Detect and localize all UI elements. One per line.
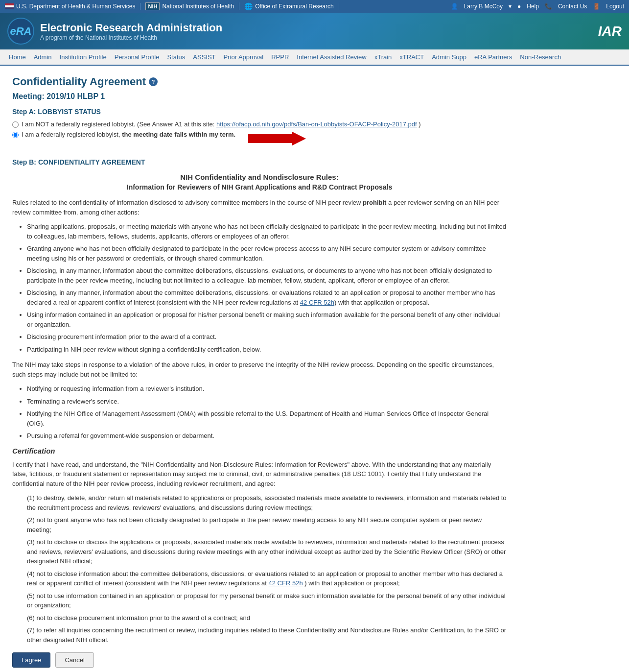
meeting-value: 2019/10 HLBP 1	[47, 92, 105, 100]
step-b-title: Step B: CONFIDENTIALITY AGREEMENT	[12, 158, 507, 166]
cancel-button[interactable]: Cancel	[55, 652, 93, 668]
cert-item-2: (2) not to grant anyone who has not been…	[27, 515, 507, 534]
help-icon[interactable]: ?	[149, 77, 158, 86]
help-link[interactable]: Help	[527, 3, 539, 10]
arrow-head	[292, 132, 306, 145]
page-title-text: Confidentiality Agreement	[12, 75, 146, 88]
radio-not-lobbyist[interactable]	[12, 121, 19, 128]
nav-institution-profile[interactable]: Institution Profile	[56, 49, 111, 65]
list-item: Disclosing procurement information prior…	[27, 332, 507, 342]
button-bar: I agree Cancel	[12, 652, 507, 668]
list-item: Notifying or requesting information from…	[27, 384, 507, 394]
logout-link[interactable]: Logout	[606, 3, 624, 10]
cert-intro: I certify that I have read, and understa…	[12, 460, 507, 489]
nih-link[interactable]: NIH National Institutes of Health	[140, 2, 239, 10]
nav-prior-approval[interactable]: Prior Approval	[220, 49, 268, 65]
site-subtitle: A program of the National Institutes of …	[40, 34, 222, 41]
list-item: Participating in NIH peer review without…	[27, 345, 507, 355]
nav-status[interactable]: Status	[163, 49, 189, 65]
response-text: The NIH may take steps in response to a …	[12, 360, 507, 379]
header-logo-area: eRA Electronic Research Administration A…	[7, 18, 222, 45]
list-item: Disclosing, in any manner, information a…	[27, 266, 507, 285]
list-item: Notifying the NIH Office of Management A…	[27, 409, 507, 428]
step-a-title: Step A: LOBBYIST STATUS	[12, 108, 507, 116]
site-title: Electronic Research Administration	[40, 22, 222, 34]
era-logo: eRA	[7, 18, 34, 45]
nav-assist[interactable]: ASSIST	[189, 49, 219, 65]
cfr-link-2[interactable]: 42 CFR 52h	[269, 579, 303, 587]
nav-xtrain[interactable]: xTrain	[371, 49, 396, 65]
top-bar: U.S. Department of Health & Human Servic…	[0, 0, 629, 13]
response-list: Notifying or requesting information from…	[27, 384, 507, 441]
cert-title: Certification	[12, 447, 507, 455]
intro-text: Rules related to the confidentiality of …	[12, 198, 507, 217]
red-arrow	[248, 132, 306, 145]
header-badge: IAR	[598, 24, 622, 39]
cfr-link-1[interactable]: 42 CFR 52h	[300, 299, 334, 306]
page-title-row: Confidentiality Agreement ?	[12, 75, 507, 88]
site-header: eRA Electronic Research Administration A…	[0, 13, 629, 49]
cert-item-7: (7) to refer all inquiries concerning th…	[27, 625, 507, 645]
radio-not-lobbyist-row: I am NOT a federally registered lobbyist…	[12, 120, 507, 128]
radio-not-lobbyist-label: I am NOT a federally registered lobbyist…	[22, 120, 421, 128]
nav-admin[interactable]: Admin	[30, 49, 56, 65]
nav-era-partners[interactable]: eRA Partners	[470, 49, 516, 65]
user-name: Larry B McCoy	[464, 3, 503, 10]
radio-is-lobbyist[interactable]	[12, 132, 19, 138]
nav-xtract[interactable]: xTRACT	[396, 49, 428, 65]
cert-item-5: (5) not to use information contained in …	[27, 591, 507, 610]
radio-is-lobbyist-label: I am a federally registered lobbyist, th…	[22, 131, 235, 138]
oer-label: Office of Extramural Research	[255, 3, 334, 10]
radio-is-lobbyist-row: I am a federally registered lobbyist, th…	[12, 131, 507, 150]
nav-non-research[interactable]: Non-Research	[516, 49, 565, 65]
cert-item-1: (1) to destroy, delete, and/or return al…	[27, 493, 507, 512]
logout-icon: 🚪	[593, 3, 600, 10]
lobbyist-policy-link[interactable]: https://ofacp.od.nih.gov/pdfs/Ban-on-Lob…	[216, 120, 417, 128]
help-separator: ●	[517, 3, 521, 10]
nav-home[interactable]: Home	[5, 49, 30, 65]
prohibit-list: Sharing applications, proposals, or meet…	[27, 222, 507, 354]
phone-icon: 📞	[545, 3, 552, 10]
main-nav: Home Admin Institution Profile Personal …	[0, 49, 629, 66]
meeting-info: Meeting: 2019/10 HLBP 1	[12, 92, 507, 101]
list-item: Pursuing a referral for government-wide …	[27, 431, 507, 441]
cert-item-3: (3) not to disclose or discuss the appli…	[27, 537, 507, 566]
list-item: Terminating a reviewer's service.	[27, 397, 507, 407]
cert-item-4: (4) not to disclose information about th…	[27, 569, 507, 588]
oer-link[interactable]: 🌐 Office of Extramural Research	[239, 2, 339, 10]
dropdown-icon[interactable]: ▾	[509, 3, 512, 10]
agreement-title1: NIH Confidentiality and Nondisclosure Ru…	[12, 173, 507, 181]
list-item: Granting anyone who has not been officia…	[27, 244, 507, 263]
header-text-block: Electronic Research Administration A pro…	[40, 22, 222, 41]
oer-icon: 🌐	[244, 2, 253, 10]
nav-rppr[interactable]: RPPR	[267, 49, 293, 65]
meeting-label: Meeting:	[12, 92, 45, 100]
agreement-title2: Information for Reviewers of NIH Grant A…	[12, 183, 507, 191]
hhs-link[interactable]: U.S. Department of Health & Human Servic…	[5, 3, 140, 10]
flag-icon	[5, 3, 14, 9]
cert-list: (1) to destroy, delete, and/or return al…	[27, 493, 507, 645]
nih-badge: NIH	[145, 2, 160, 10]
contact-link[interactable]: Contact Us	[558, 3, 587, 10]
hhs-label: U.S. Department of Health & Human Servic…	[16, 3, 135, 10]
list-item: Disclosing, in any manner, information a…	[27, 288, 507, 307]
user-icon: 👤	[451, 3, 458, 10]
lobbyist-term-bold: the meeting date falls within my term.	[122, 131, 235, 138]
nav-admin-supp[interactable]: Admin Supp	[428, 49, 470, 65]
nav-personal-profile[interactable]: Personal Profile	[111, 49, 163, 65]
arrow-shaft	[248, 134, 292, 143]
nih-full-name: National Institutes of Health	[162, 3, 234, 10]
nav-iar[interactable]: Internet Assisted Review	[293, 49, 370, 65]
list-item: Using information contained in an applic…	[27, 310, 507, 329]
list-item: Sharing applications, proposals, or meet…	[27, 222, 507, 241]
agree-button[interactable]: I agree	[12, 652, 50, 668]
main-content: Confidentiality Agreement ? Meeting: 201…	[0, 66, 519, 672]
user-controls: 👤 Larry B McCoy ▾ ● Help 📞 Contact Us 🚪 …	[451, 3, 624, 10]
cert-item-6: (6) not to disclose procurement informat…	[27, 613, 507, 623]
